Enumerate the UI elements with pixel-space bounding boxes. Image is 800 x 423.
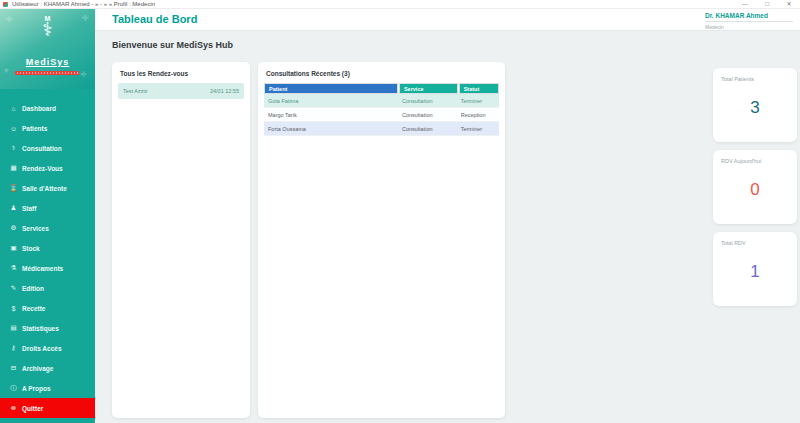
sidebar-item-quitter[interactable]: ⊗ Quitter [0,398,95,418]
info-icon: ⓘ [9,384,18,393]
patients-icon: ☺ [9,125,18,132]
exit-icon: ⊗ [9,404,18,412]
sidebar-item-recette[interactable]: $ Recette [0,298,95,318]
sidebar-item-statistiques[interactable]: ▤ Statistiques [0,318,95,338]
welcome-message: Bienvenue sur MediSys Hub [112,40,233,50]
money-icon: $ [9,305,18,312]
sidebar-item-patients[interactable]: ☺ Patients [0,118,95,138]
app-icon [3,2,8,7]
stat-value: 1 [713,262,797,282]
sidebar: ✚ ✚ ♥ ✚ M ⚕ MediSys ⌂ Dashboard ☺ Patien… [0,9,95,423]
pencil-icon: ✎ [9,284,18,292]
stat-label: Total Patients [713,68,797,82]
stat-label: RDV Aujourd'hui [713,150,797,164]
sidebar-item-dashboard[interactable]: ⌂ Dashboard [0,98,95,118]
logo-name: MediSys [0,57,95,67]
minimize-button[interactable]: — [734,0,756,9]
appointments-panel-title: Tous les Rendez-vous [112,62,250,83]
sidebar-item-a-propos[interactable]: ⓘ A Propos [0,378,95,398]
table-row[interactable]: Gota Fatima Consultation Terminer [264,94,499,108]
close-button[interactable]: ✕ [778,0,800,9]
page-title: Tableau de Bord [112,13,197,25]
archive-icon: ⊟ [9,364,18,372]
stat-label: Total RDV [713,232,797,246]
main-header: Tableau de Bord Dr. KHAMAR Ahmed Médecin [95,9,800,31]
medicine-icon: ⚗ [9,264,18,272]
stethoscope-deco-icon: ♥ [4,66,9,75]
window-titlebar: Utilisateur : KHAMAR Ahmed - » - » » Pro… [0,0,800,9]
gear-icon: ⚙ [9,224,18,232]
box-icon: ▣ [9,244,18,252]
waiting-room-icon: ⌛ [9,184,18,192]
column-header-service[interactable]: Service [399,83,458,94]
table-row[interactable]: Forta Oussama Consultation Terminer [264,122,499,136]
maximize-button[interactable]: □ [756,0,778,9]
doctor-name: Dr. KHAMAR Ahmed [705,12,793,22]
window-title: Utilisateur : KHAMAR Ahmed - » - » » Pro… [12,1,155,7]
sidebar-item-stock[interactable]: ▣ Stock [0,238,95,258]
column-header-statut[interactable]: Statut [459,83,499,94]
appointments-panel: Tous les Rendez-vous Test Azziz 24/01 12… [112,62,250,418]
content-area: Bienvenue sur MediSys Hub Tous les Rende… [95,31,800,423]
sidebar-item-archivage[interactable]: ⊟ Archivage [0,358,95,378]
sidebar-item-droits-acces[interactable]: ⚷ Droits Accès [0,338,95,358]
sidebar-item-staff[interactable]: ♟ Staff [0,198,95,218]
staff-icon: ♟ [9,204,18,212]
consultations-panel-title: Consultations Récentes (3) [258,62,505,83]
table-header-row: Patient Service Statut [264,83,499,94]
stat-value: 3 [713,98,797,118]
table-row[interactable]: Margo Tarik Consultation Reception [264,108,499,122]
consultation-icon: ⚕ [9,144,18,152]
calendar-icon: ▦ [9,164,18,172]
appointment-datetime: 24/01 12:55 [210,88,239,94]
stat-card-rdv-aujourdhui: RDV Aujourd'hui 0 [713,150,797,224]
logo-tagline-banner [15,71,79,75]
key-icon: ⚷ [9,344,18,352]
appointment-list-item[interactable]: Test Azziz 24/01 12:55 [118,83,244,99]
column-header-patient[interactable]: Patient [264,83,398,94]
consultations-panel: Consultations Récentes (3) Patient Servi… [258,62,505,418]
logo-block: ✚ ✚ ♥ ✚ M ⚕ MediSys [0,9,95,89]
sidebar-item-medicaments[interactable]: ⚗ Médicaments [0,258,95,278]
consultations-table: Patient Service Statut Gota Fatima Consu… [264,83,499,136]
medisys-logo: M ⚕ [0,15,95,40]
pill-deco-icon: ✚ [80,70,87,79]
dashboard-icon: ⌂ [9,105,18,112]
doctor-role: Médecin [705,24,793,30]
sidebar-item-consultation[interactable]: ⚕ Consultation [0,138,95,158]
stat-card-total-patients: Total Patients 3 [713,68,797,142]
chart-icon: ▤ [9,324,18,332]
sidebar-nav: ⌂ Dashboard ☺ Patients ⚕ Consultation ▦ … [0,98,95,418]
caduceus-icon: ⚕ [0,20,95,40]
stat-value: 0 [713,180,797,200]
appointment-patient-name: Test Azziz [123,88,147,94]
sidebar-item-salle-attente[interactable]: ⌛ Salle d'Attente [0,178,95,198]
sidebar-item-rendez-vous[interactable]: ▦ Rendez-Vous [0,158,95,178]
sidebar-item-services[interactable]: ⚙ Services [0,218,95,238]
stat-card-total-rdv: Total RDV 1 [713,232,797,306]
sidebar-item-edition[interactable]: ✎ Edition [0,278,95,298]
doctor-profile: Dr. KHAMAR Ahmed Médecin [705,12,793,30]
